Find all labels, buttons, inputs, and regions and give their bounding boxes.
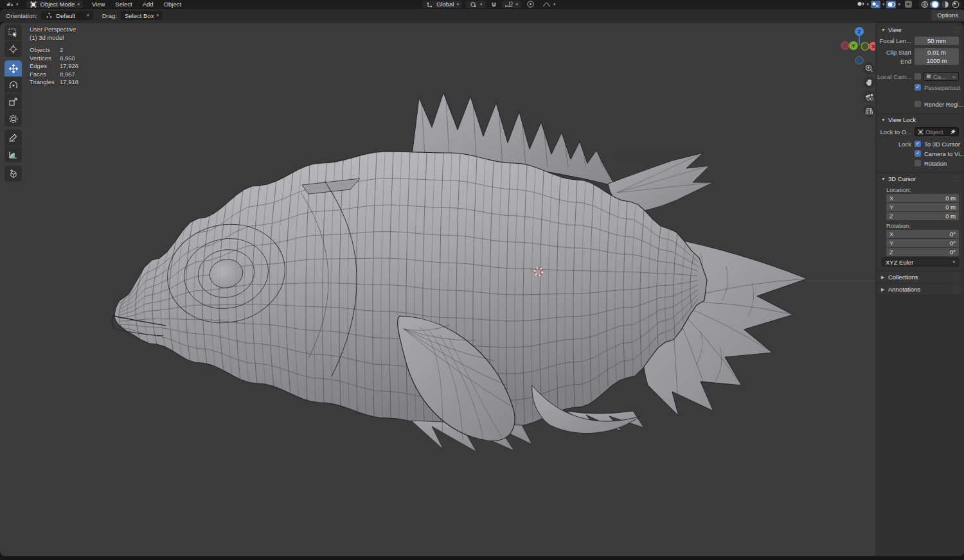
panel-view-header[interactable]: ▼ View :::::::: xyxy=(877,24,962,35)
object-mode-icon xyxy=(30,1,38,8)
fish-mesh-model[interactable] xyxy=(0,22,964,556)
panel-3d-cursor-title: 3D Cursor xyxy=(888,175,916,182)
shading-rendered-button[interactable] xyxy=(951,1,960,8)
proportional-falloff-selector[interactable]: ▾ xyxy=(539,1,559,8)
tool-add-primitive[interactable] xyxy=(4,166,22,182)
shading-wireframe-button[interactable] xyxy=(920,1,929,8)
stat-triangles: Triangles17,918 xyxy=(30,78,78,87)
transform-orientation-selector[interactable]: Global ▾ xyxy=(422,1,462,8)
cursor-location-x[interactable]: X0 m xyxy=(886,194,959,202)
proportional-editing-icon[interactable] xyxy=(525,1,535,8)
stat-faces: Faces8,967 xyxy=(30,71,78,79)
viewport-3d[interactable]: User Perspective (1) 3d model Objects2 V… xyxy=(0,22,964,556)
panel-view: ▼ View :::::::: Focal Len... 50 mm Clip … xyxy=(877,24,962,113)
camera-to-view-checkbox[interactable]: ✓ xyxy=(915,150,921,157)
shading-material-button[interactable] xyxy=(940,1,950,8)
panel-view-lock: ▼ View Lock Lock to O... Object Lock ✓ xyxy=(877,114,962,172)
local-camera-checkbox[interactable] xyxy=(915,73,921,80)
clip-start-row: Clip Start 0.01 m xyxy=(877,48,959,57)
render-region-checkbox[interactable] xyxy=(915,101,921,107)
show-gizmo-icon[interactable] xyxy=(856,1,864,8)
panel-collections: ▶ Collections :::::::: xyxy=(877,272,962,283)
perspective-ortho-icon[interactable] xyxy=(863,105,875,117)
xray-toggle-icon[interactable] xyxy=(886,1,896,8)
default-orientation-icon xyxy=(45,12,53,19)
panel-annotations-title: Annotations xyxy=(888,286,920,293)
panel-annotations: ▶ Annotations :::::::: xyxy=(877,284,962,295)
show-overlays-icon[interactable] xyxy=(871,1,880,8)
eyedropper-icon[interactable] xyxy=(950,129,956,135)
camera-view-icon[interactable] xyxy=(863,91,875,103)
chevron-down-icon: ▼ xyxy=(881,28,886,32)
panel-annotations-header[interactable]: ▶ Annotations :::::::: xyxy=(877,284,962,295)
menu-object[interactable]: Object xyxy=(159,0,186,8)
panel-3d-cursor-header[interactable]: ▼ 3D Cursor :::::::: xyxy=(877,173,962,184)
cursor-location-y[interactable]: Y0 m xyxy=(886,203,959,211)
lock-to-object-row: Lock to O... Object xyxy=(877,127,959,136)
tool-measure[interactable] xyxy=(4,146,22,162)
options-button[interactable]: Options xyxy=(931,10,964,21)
clip-start-field[interactable]: 0.01 m xyxy=(915,48,959,57)
drag-selector[interactable]: Select Box ▾ xyxy=(121,11,163,20)
passepartout-checkbox[interactable]: ✓ xyxy=(915,84,921,91)
cursor-rotation-x[interactable]: X0° xyxy=(886,230,959,238)
cursor-location-z[interactable]: Z0 m xyxy=(886,212,959,220)
clip-end-field[interactable]: 1000 m xyxy=(915,57,959,65)
tool-transform[interactable] xyxy=(4,110,22,127)
orientation-value: Global xyxy=(436,1,454,8)
tool-move[interactable] xyxy=(4,60,22,76)
viewport-header: ▾ Object Mode ▾ View Select Add Object G… xyxy=(0,0,964,8)
tool-settings-bar: Orientation: Default ▾ Drag: Select Box … xyxy=(0,9,964,22)
local-camera-row: Local Cam... Ca... × xyxy=(877,72,959,81)
menu-view[interactable]: View xyxy=(87,0,110,8)
chevron-down-icon: ▾ xyxy=(516,1,519,6)
navigation-gizmo[interactable]: Z Y X xyxy=(839,24,879,66)
panel-grip-icon[interactable]: :::::::: xyxy=(953,176,959,182)
panel-view-lock-header[interactable]: ▼ View Lock xyxy=(877,114,962,125)
chevron-down-icon: ▾ xyxy=(87,13,89,18)
menu-select[interactable]: Select xyxy=(110,0,137,8)
3d-cursor xyxy=(529,262,548,283)
tool-cursor[interactable] xyxy=(4,41,22,57)
panel-grip-icon[interactable]: :::::::: xyxy=(953,286,959,293)
lock-to-object-field[interactable]: Object xyxy=(915,127,959,136)
chevron-down-icon: ▾ xyxy=(553,1,556,6)
tool-orientation-selector[interactable]: Default ▾ xyxy=(41,11,93,20)
chevron-down-icon: ▾ xyxy=(77,1,80,6)
render-pass-icon[interactable] xyxy=(904,1,913,8)
panel-grip-icon[interactable]: :::::::: xyxy=(953,274,959,281)
pan-view-icon[interactable] xyxy=(863,76,875,89)
camera-to-view-row: ✓ Camera to Vi... xyxy=(877,149,959,158)
mode-selector[interactable]: Object Mode ▾ xyxy=(26,1,83,8)
tool-annotate[interactable] xyxy=(4,130,22,146)
snap-target-selector[interactable]: ▾ xyxy=(502,1,522,8)
euler-order-dropdown[interactable]: XYZ Euler ▾ xyxy=(882,258,959,267)
snap-increment-icon xyxy=(505,1,513,8)
chevron-down-icon[interactable]: ▾ xyxy=(866,1,869,6)
lock-rotation-checkbox[interactable] xyxy=(915,160,921,166)
stat-vertices: Vertices8,960 xyxy=(30,55,78,63)
panel-collections-header[interactable]: ▶ Collections :::::::: xyxy=(877,272,962,283)
snap-magnet-icon[interactable] xyxy=(490,1,498,8)
drag-value: Select Box xyxy=(125,12,154,19)
cursor-rotation-z[interactable]: Z0° xyxy=(886,248,959,256)
chevron-down-icon: ▾ xyxy=(156,13,159,18)
tool-rotate[interactable] xyxy=(4,77,22,93)
to-3d-cursor-checkbox[interactable]: ✓ xyxy=(915,141,921,147)
cursor-rotation-y[interactable]: Y0° xyxy=(886,239,959,247)
menu-add[interactable]: Add xyxy=(138,0,159,8)
tool-select-box[interactable] xyxy=(4,24,22,40)
chevron-down-icon[interactable]: ▾ xyxy=(898,1,900,6)
zoom-view-icon[interactable] xyxy=(863,62,875,74)
editor-type-button[interactable]: ▾ xyxy=(0,0,24,8)
focal-length-field[interactable]: 50 mm xyxy=(915,37,959,45)
shading-mode-group xyxy=(918,0,961,8)
orientation-label: Orientation: xyxy=(0,12,41,19)
panel-grip-icon[interactable]: :::::::: xyxy=(953,27,959,33)
local-camera-field[interactable]: Ca... × xyxy=(923,72,959,81)
shading-solid-button[interactable] xyxy=(930,1,940,8)
chevron-down-icon[interactable]: ▾ xyxy=(882,1,885,6)
clear-icon[interactable]: × xyxy=(952,73,956,80)
pivot-point-selector[interactable]: ▾ xyxy=(466,1,486,8)
tool-scale[interactable] xyxy=(4,94,22,110)
